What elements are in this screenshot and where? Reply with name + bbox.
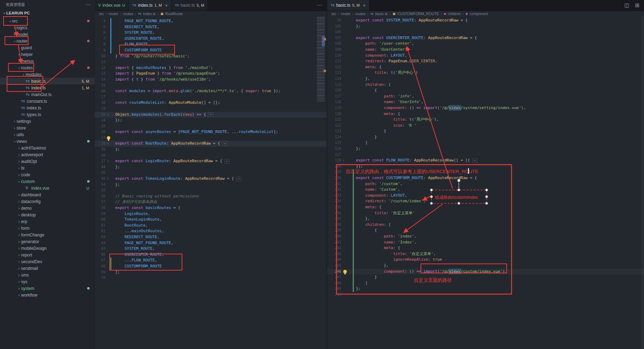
code-line[interactable]: 28›export const RootRoute: AppRouteRecor… <box>95 141 327 147</box>
code-line[interactable]: 248 ] <box>327 280 644 286</box>
minimap[interactable] <box>317 17 325 101</box>
tree-item-index.vue[interactable]: Vindex.vueU <box>0 185 95 191</box>
code-line[interactable]: 233 component: LAYOUT, <box>327 193 644 199</box>
close-icon[interactable]: × <box>165 3 168 8</box>
breadcrumb-item[interactable]: src <box>99 12 104 16</box>
breadcrumb-item[interactable]: router <box>109 12 118 16</box>
folded-code-ellipsis[interactable]: ⋯ <box>225 159 230 164</box>
tree-item-dataconfig[interactable]: ›dataconfig <box>0 198 95 205</box>
code-line[interactable]: 106 <box>327 29 644 35</box>
tree-item-generator[interactable]: ›generator <box>0 238 95 245</box>
code-line[interactable]: 20›Object.keys(modules).forEach((key) =>… <box>95 112 327 118</box>
code-line[interactable]: 69]; <box>95 269 327 275</box>
code-line[interactable]: 236 title: '自定义菜单' <box>327 210 644 216</box>
code-line[interactable]: 237 }, <box>327 216 644 222</box>
code-editor-basic-ts[interactable]: 76export const SYSTEM_ROUTE: AppRouteRec… <box>327 16 644 349</box>
tree-item-logics[interactable]: ›logics <box>0 24 95 31</box>
breadcrumb-item[interactable]: component <box>470 12 488 16</box>
tree-item-helper[interactable]: ›helper <box>0 51 95 58</box>
code-line[interactable]: 242 meta: { <box>327 245 644 251</box>
code-line[interactable]: 19 <box>95 106 327 112</box>
tree-item-bi[interactable]: ›bi <box>0 165 95 171</box>
breadcrumb-item[interactable]: RootRoute <box>165 12 183 16</box>
tree-item-mainOut.ts[interactable]: TSmainOut.ts <box>0 91 95 98</box>
code-line[interactable]: 232 name: 'Custom', <box>327 187 644 193</box>
code-line[interactable]: 121 title: t('用户中心'), <box>327 117 644 123</box>
code-line[interactable]: 116 { <box>327 88 644 94</box>
breadcrumb-item[interactable]: CUSTOMFORM_ROUTE <box>397 12 439 16</box>
tree-item-demo[interactable]: ›demo <box>0 205 95 211</box>
code-line[interactable]: 120 meta: { <box>327 111 644 117</box>
tree-item-erp[interactable]: ›erp <box>0 218 95 225</box>
code-line[interactable]: 24}); <box>95 118 327 123</box>
tree-item-basic.ts[interactable]: TSbasic.ts5, M <box>0 78 95 84</box>
code-line[interactable]: 115 children: [ <box>327 82 644 88</box>
tree-item-mobileDesign[interactable]: ›mobileDesign <box>0 245 95 252</box>
code-line[interactable]: 125 ] <box>327 140 644 146</box>
fold-collapsed-icon[interactable]: › <box>105 176 110 182</box>
tree-item-index.ts[interactable]: TSindex.ts <box>0 104 95 111</box>
tree-item-model[interactable]: ›model <box>0 31 95 38</box>
tree-item-sendmail[interactable]: ›sendmail <box>0 265 95 272</box>
tree-item-constant.ts[interactable]: TSconstant.ts <box>0 98 95 104</box>
code-line[interactable]: 246 component: () => import('/@/views/cu… <box>327 269 644 275</box>
tree-item-system[interactable]: ›system <box>0 285 95 292</box>
tree-item-views[interactable]: ›views <box>0 138 95 145</box>
code-line[interactable]: 17 <box>95 94 327 100</box>
code-line[interactable]: 107export const USERCENTER_ROUTE: AppRou… <box>327 35 644 41</box>
code-line[interactable]: 18const routeModuleList: AppRouteModule[… <box>95 100 327 106</box>
code-line[interactable]: 8 FLOW_ROUTE, <box>95 42 327 47</box>
breadcrumb-item[interactable]: src <box>331 12 336 16</box>
editor-action-icon-0[interactable]: ◫ <box>624 2 629 8</box>
code-line[interactable]: 235 meta: { <box>327 204 644 210</box>
code-line[interactable]: 61 RootRoute, <box>95 223 327 229</box>
workspace-row[interactable]: › LEARUN PC <box>0 9 95 17</box>
code-line[interactable]: 113 title: t('用户中心') <box>327 70 644 76</box>
fold-collapsed-icon[interactable]: › <box>341 158 346 164</box>
code-line[interactable]: 14import { t } from '/@/hooks/web/useI18… <box>95 77 327 83</box>
code-line[interactable]: 60 TokenLoginRoute, <box>95 217 327 223</box>
tab-basic.ts[interactable]: TSbasic.ts5, M× <box>327 0 370 11</box>
code-line[interactable]: 54}; <box>95 182 327 188</box>
code-line[interactable]: 27 <box>95 135 327 141</box>
editor-action-icon-0[interactable]: ⋯ <box>317 2 322 8</box>
tree-item-menus[interactable]: ›menus <box>0 58 95 64</box>
code-line[interactable]: 238 children: [ <box>327 222 644 228</box>
fold-collapsed-icon[interactable]: › <box>105 141 110 147</box>
tree-item-report[interactable]: ›report <box>0 252 95 258</box>
code-line[interactable]: 119 component: () => import('/@/views/sy… <box>327 105 644 111</box>
tree-item-auditOpt[interactable]: ›auditOpt <box>0 158 95 165</box>
tree-item-routes[interactable]: ›routes <box>0 64 95 71</box>
code-line[interactable]: 122 icon: 'R ' <box>327 123 644 129</box>
code-line[interactable]: 13import { PageEnum } from '/@/enums/pag… <box>95 71 327 77</box>
tree-item-guard[interactable]: ›guard <box>0 44 95 51</box>
code-line[interactable]: 10} from '/@/router/routes/basic'; <box>95 53 327 59</box>
code-line[interactable]: 244 ignoreKeepAlive: true <box>327 257 644 263</box>
code-line[interactable]: 57// 未经许可的基本路由 <box>95 199 327 205</box>
tree-item-src[interactable]: ›src <box>0 18 95 24</box>
code-line[interactable]: 118 name: 'UserInfo', <box>327 99 644 105</box>
code-line[interactable]: 46›export const TokenLoginRoute: AppRout… <box>95 176 327 182</box>
code-line[interactable]: 7 USERCENTER_ROUTE, <box>95 36 327 42</box>
folded-code-ellipsis[interactable]: ⋯ <box>472 158 477 163</box>
code-line[interactable]: 15 <box>95 83 327 89</box>
code-line[interactable]: 243 title: '自定义菜单', <box>327 251 644 257</box>
code-line[interactable]: 5 REDIRECT_ROUTE, <box>95 24 327 30</box>
code-line[interactable]: 55 <box>95 188 327 193</box>
code-line[interactable]: 126}; <box>327 146 644 152</box>
tree-item-settings[interactable]: ›settings <box>0 118 95 125</box>
tab-index.ts[interactable]: TSindex.ts1, M× <box>129 0 171 11</box>
code-line[interactable]: 66 USERCENTER_ROUTE, <box>95 252 327 258</box>
tree-item-actHiTaskinst[interactable]: ›actHiTaskinst <box>0 145 95 151</box>
breadcrumb-item[interactable]: basic.ts <box>375 12 388 16</box>
code-line[interactable]: 12import { mainOutRoutes } from './mainO… <box>95 65 327 71</box>
code-line[interactable]: 65 SYSTEM_ROUTE, <box>95 246 327 252</box>
editor-action-icon-1[interactable]: ⊞ <box>635 2 639 8</box>
code-line[interactable]: 124 } <box>327 134 644 140</box>
code-line[interactable]: 231 path: '/custom', <box>327 181 644 187</box>
code-line[interactable]: 25 <box>95 123 327 129</box>
close-icon[interactable]: × <box>363 3 366 8</box>
code-line[interactable]: 245 }, <box>327 263 644 269</box>
tree-item-types.ts[interactable]: TStypes.ts <box>0 111 95 118</box>
tree-item-store[interactable]: ›store <box>0 125 95 131</box>
